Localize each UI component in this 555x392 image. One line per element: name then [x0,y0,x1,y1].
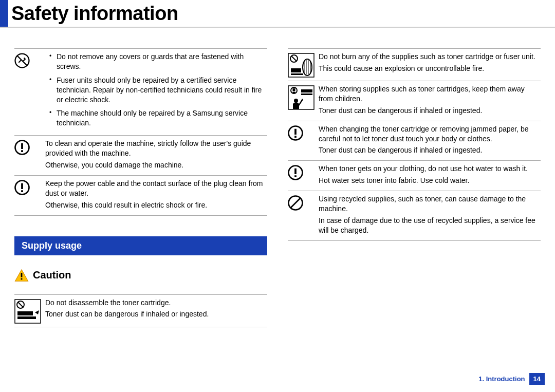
safety-row: Using recycled supplies, such as toner, … [288,191,541,241]
safety-text: When changing the toner cartridge or rem… [319,124,541,158]
safety-text: Do not disassemble the toner cartridge. … [45,298,267,322]
safety-row: Do not burn any of the supplies such as … [288,48,541,81]
prohibition-icon [288,194,319,211]
svg-point-32 [294,99,298,103]
svg-rect-37 [294,169,297,174]
safety-row: When storing supplies such as toner cart… [288,81,541,121]
safety-text: Do not remove any covers or guards that … [45,52,267,132]
title-accent-bar [0,0,8,27]
svg-rect-8 [21,190,23,192]
safety-para: Toner dust can be dangerous if inhaled o… [45,309,267,319]
svg-line-13 [18,302,23,307]
safety-text: When storing supplies such as toner cart… [319,84,541,118]
bullet-item: Fuser units should only be repaired by a… [49,76,267,105]
caution-heading: Caution [14,269,267,282]
safety-row: Do not disassemble the toner cartridge. … [14,294,267,327]
no-disassemble-cartridge-icon [14,298,45,324]
section-heading: Supply usage [14,236,267,255]
svg-rect-9 [21,273,23,277]
safety-para: When changing the toner cartridge or rem… [319,124,541,144]
safety-para: Do not disassemble the toner cartridge. [45,298,267,308]
keep-from-children-icon [288,84,319,110]
mandatory-icon [14,179,45,195]
safety-text: Using recycled supplies, such as toner, … [319,194,541,237]
svg-rect-30 [301,89,312,92]
warning-triangle-icon [14,269,29,282]
svg-rect-4 [21,143,23,149]
safety-para: Keep the power cable and the contact sur… [45,179,267,198]
left-column: Do not remove any covers or guards that … [14,48,267,327]
safety-para: Hot water sets toner into fabric. Use co… [319,176,541,185]
svg-rect-19 [291,68,301,72]
safety-row: When changing the toner cartridge or rem… [288,121,541,161]
no-burn-supplies-icon [288,52,319,78]
mandatory-icon [14,139,45,155]
svg-line-1 [17,55,27,66]
safety-text: Keep the power cable and the contact sur… [45,179,267,212]
caution-label: Caution [33,269,71,281]
svg-line-40 [290,198,301,208]
safety-para: Toner dust can be dangerous if inhaled o… [319,145,541,155]
svg-rect-26 [288,86,314,109]
svg-rect-15 [17,316,36,319]
svg-rect-38 [294,176,297,178]
svg-line-18 [291,56,297,61]
svg-rect-5 [21,150,23,152]
mandatory-icon [288,164,319,180]
manual-page: Safety information Do not remove any [0,0,555,392]
safety-para: To clean and operate the machine, strict… [45,139,267,158]
svg-rect-29 [293,92,295,93]
svg-rect-7 [21,183,23,189]
no-tools-icon [14,52,45,68]
svg-point-2 [24,58,25,59]
safety-para: Otherwise, this could result in electric… [45,200,267,210]
footer-page-number: 14 [529,373,545,385]
footer-chapter: 1. Introduction [478,375,525,383]
safety-para: This could cause an explosion or uncontr… [319,64,541,73]
mandatory-icon [288,124,319,141]
svg-rect-35 [294,136,297,138]
right-column: Do not burn any of the supplies such as … [288,48,541,327]
safety-text: When toner gets on your clothing, do not… [319,164,541,188]
svg-rect-20 [291,73,303,75]
safety-text: Do not burn any of the supplies such as … [319,52,541,76]
svg-rect-28 [293,88,295,91]
safety-row: Keep the power cable and the contact sur… [14,176,267,216]
safety-para: Toner dust can be dangerous if inhaled o… [319,106,541,116]
safety-text: To clean and operate the machine, strict… [45,139,267,172]
safety-row: To clean and operate the machine, strict… [14,136,267,176]
content-columns: Do not remove any covers or guards that … [0,28,555,327]
svg-rect-14 [17,311,33,315]
svg-rect-34 [294,128,297,134]
safety-para: When storing supplies such as toner cart… [319,84,541,104]
page-footer: 1. Introduction 14 [478,373,545,385]
safety-para: When toner gets on your clothing, do not… [319,164,541,174]
safety-para: Using recycled supplies, such as toner, … [319,194,541,214]
safety-row: Do not remove any covers or guards that … [14,48,267,136]
svg-rect-31 [301,94,312,95]
page-title: Safety information [11,3,178,27]
safety-para: Do not burn any of the supplies such as … [319,52,541,62]
safety-para: Otherwise, you could damage the machine. [45,160,267,170]
safety-row: When toner gets on your clothing, do not… [288,161,541,191]
safety-para: In case of damage due to the use of recy… [319,216,541,235]
bullet-item: Do not remove any covers or guards that … [49,52,267,71]
bullet-item: The machine should only be repaired by a… [49,108,267,128]
svg-rect-10 [21,278,23,279]
title-block: Safety information [0,0,555,28]
